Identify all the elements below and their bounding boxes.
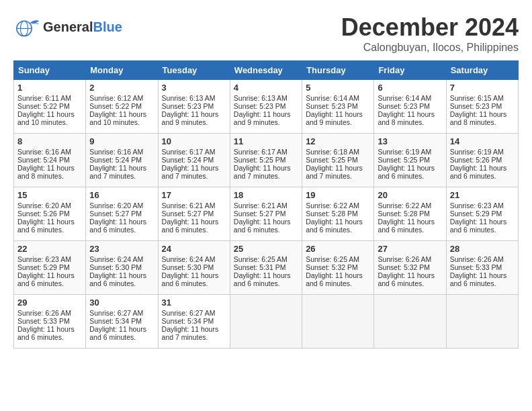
sunrise-text: Sunrise: 6:19 AM (378, 148, 431, 156)
sunset-text: Sunset: 5:32 PM (378, 263, 430, 271)
location: Calongbuyan, Ilocos, Philippines (341, 42, 519, 54)
calendar-cell: 19Sunrise: 6:22 AMSunset: 5:28 PMDayligh… (302, 187, 374, 241)
sunset-text: Sunset: 5:27 PM (234, 210, 286, 218)
sunrise-text: Sunrise: 6:13 AM (234, 94, 287, 102)
day-number: 9 (89, 136, 154, 146)
calendar-cell: 30Sunrise: 6:27 AMSunset: 5:34 PMDayligh… (86, 295, 158, 349)
calendar-cell: 25Sunrise: 6:25 AMSunset: 5:31 PMDayligh… (230, 241, 302, 295)
calendar-cell: 12Sunrise: 6:18 AMSunset: 5:25 PMDayligh… (302, 134, 374, 187)
calendar-cell: 28Sunrise: 6:26 AMSunset: 5:33 PMDayligh… (446, 241, 518, 295)
daylight-label: Daylight: 11 hours and 9 minutes. (306, 110, 363, 126)
sunrise-text: Sunrise: 6:25 AM (306, 255, 359, 263)
sunrise-text: Sunrise: 6:26 AM (378, 255, 431, 263)
sunset-text: Sunset: 5:23 PM (162, 102, 214, 110)
day-number: 6 (378, 83, 442, 93)
day-number: 2 (89, 83, 154, 93)
sunset-text: Sunset: 5:27 PM (89, 210, 142, 218)
day-header-monday: Monday (86, 61, 158, 80)
sunrise-text: Sunrise: 6:11 AM (17, 94, 71, 102)
day-number: 18 (234, 190, 298, 200)
daylight-label: Daylight: 11 hours and 10 minutes. (17, 110, 75, 126)
calendar-cell: 27Sunrise: 6:26 AMSunset: 5:32 PMDayligh… (374, 241, 446, 295)
daylight-label: Daylight: 11 hours and 6 minutes. (378, 164, 435, 180)
day-number: 4 (234, 83, 298, 93)
calendar-cell: 6Sunrise: 6:14 AMSunset: 5:23 PMDaylight… (374, 80, 446, 134)
day-number: 10 (162, 136, 226, 146)
calendar-cell: 22Sunrise: 6:23 AMSunset: 5:29 PMDayligh… (14, 241, 86, 295)
day-number: 30 (89, 298, 154, 308)
sunset-text: Sunset: 5:33 PM (17, 317, 70, 325)
calendar-cell: 5Sunrise: 6:14 AMSunset: 5:23 PMDaylight… (302, 80, 374, 134)
calendar-week-row: 22Sunrise: 6:23 AMSunset: 5:29 PMDayligh… (14, 241, 519, 295)
calendar-cell (446, 295, 518, 349)
daylight-label: Daylight: 11 hours and 8 minutes. (17, 164, 75, 180)
day-number: 1 (17, 83, 82, 93)
sunrise-text: Sunrise: 6:27 AM (162, 309, 216, 317)
sunrise-text: Sunrise: 6:14 AM (378, 94, 431, 102)
day-header-saturday: Saturday (446, 61, 518, 80)
sunset-text: Sunset: 5:25 PM (378, 156, 430, 164)
daylight-label: Daylight: 11 hours and 7 minutes. (162, 164, 219, 180)
day-header-tuesday: Tuesday (158, 61, 230, 80)
sunrise-text: Sunrise: 6:16 AM (17, 148, 71, 156)
sunset-text: Sunset: 5:24 PM (89, 156, 142, 164)
sunrise-text: Sunrise: 6:24 AM (89, 255, 143, 263)
daylight-label: Daylight: 11 hours and 6 minutes. (234, 218, 291, 234)
calendar-cell: 15Sunrise: 6:20 AMSunset: 5:26 PMDayligh… (14, 187, 86, 241)
day-number: 24 (162, 244, 226, 254)
sunset-text: Sunset: 5:34 PM (162, 317, 214, 325)
daylight-label: Daylight: 11 hours and 8 minutes. (450, 110, 507, 126)
calendar-cell (302, 295, 374, 349)
day-header-wednesday: Wednesday (230, 61, 302, 80)
sunset-text: Sunset: 5:28 PM (378, 210, 430, 218)
sunset-text: Sunset: 5:23 PM (306, 102, 358, 110)
calendar-cell: 7Sunrise: 6:15 AMSunset: 5:23 PMDaylight… (446, 80, 518, 134)
daylight-label: Daylight: 11 hours and 6 minutes. (17, 271, 75, 287)
calendar-week-row: 15Sunrise: 6:20 AMSunset: 5:26 PMDayligh… (14, 187, 519, 241)
day-header-sunday: Sunday (14, 61, 86, 80)
sunset-text: Sunset: 5:29 PM (17, 263, 70, 271)
logo: GeneralBlue (13, 13, 122, 40)
calendar-cell: 26Sunrise: 6:25 AMSunset: 5:32 PMDayligh… (302, 241, 374, 295)
sunrise-text: Sunrise: 6:12 AM (89, 94, 143, 102)
daylight-label: Daylight: 11 hours and 6 minutes. (89, 218, 146, 234)
daylight-label: Daylight: 11 hours and 6 minutes. (306, 218, 363, 234)
sunrise-text: Sunrise: 6:25 AM (234, 255, 287, 263)
day-number: 25 (234, 244, 298, 254)
day-header-thursday: Thursday (302, 61, 374, 80)
calendar-cell: 21Sunrise: 6:23 AMSunset: 5:29 PMDayligh… (446, 187, 518, 241)
day-number: 21 (450, 190, 515, 200)
day-header-friday: Friday (374, 61, 446, 80)
calendar-week-row: 8Sunrise: 6:16 AMSunset: 5:24 PMDaylight… (14, 134, 519, 187)
daylight-label: Daylight: 11 hours and 6 minutes. (89, 271, 146, 287)
day-number: 16 (89, 190, 154, 200)
sunrise-text: Sunrise: 6:27 AM (89, 309, 143, 317)
daylight-label: Daylight: 11 hours and 6 minutes. (450, 271, 507, 287)
sunrise-text: Sunrise: 6:23 AM (17, 255, 71, 263)
sunset-text: Sunset: 5:30 PM (89, 263, 142, 271)
month-title: December 2024 (341, 13, 519, 42)
calendar-week-row: 29Sunrise: 6:26 AMSunset: 5:33 PMDayligh… (14, 295, 519, 349)
sunset-text: Sunset: 5:31 PM (234, 263, 286, 271)
sunrise-text: Sunrise: 6:17 AM (234, 148, 287, 156)
calendar-cell: 18Sunrise: 6:21 AMSunset: 5:27 PMDayligh… (230, 187, 302, 241)
day-number: 26 (306, 244, 370, 254)
daylight-label: Daylight: 11 hours and 6 minutes. (17, 325, 75, 341)
daylight-label: Daylight: 11 hours and 6 minutes. (450, 218, 507, 234)
day-number: 22 (17, 244, 82, 254)
sunrise-text: Sunrise: 6:26 AM (450, 255, 504, 263)
calendar-cell: 23Sunrise: 6:24 AMSunset: 5:30 PMDayligh… (86, 241, 158, 295)
calendar-cell: 16Sunrise: 6:20 AMSunset: 5:27 PMDayligh… (86, 187, 158, 241)
sunset-text: Sunset: 5:23 PM (234, 102, 286, 110)
sunrise-text: Sunrise: 6:21 AM (234, 201, 287, 210)
sunrise-text: Sunrise: 6:24 AM (162, 255, 216, 263)
daylight-label: Daylight: 11 hours and 6 minutes. (17, 218, 75, 234)
sunrise-text: Sunrise: 6:23 AM (450, 201, 504, 210)
calendar-header-row: SundayMondayTuesdayWednesdayThursdayFrid… (14, 61, 519, 80)
sunset-text: Sunset: 5:33 PM (450, 263, 502, 271)
calendar-table: SundayMondayTuesdayWednesdayThursdayFrid… (13, 60, 519, 349)
sunset-text: Sunset: 5:23 PM (450, 102, 502, 110)
day-number: 23 (89, 244, 154, 254)
day-number: 27 (378, 244, 442, 254)
sunset-text: Sunset: 5:27 PM (162, 210, 214, 218)
